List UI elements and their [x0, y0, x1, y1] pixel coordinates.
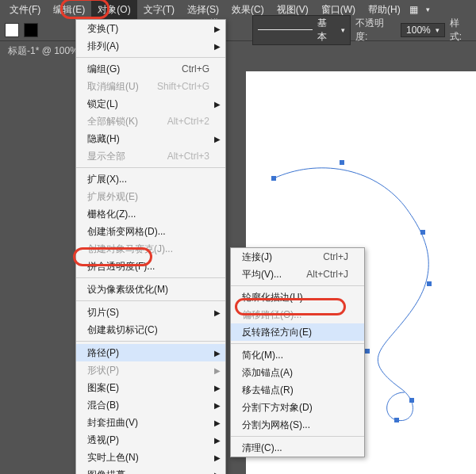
object-menu-item[interactable]: 编组(G)Ctrl+G	[76, 60, 225, 78]
menu-object[interactable]: 对象(O)	[91, 0, 136, 20]
menu-item-label: 设为像素级优化(M)	[87, 283, 168, 296]
menu-item-label: 变换(T)	[87, 22, 118, 36]
svg-rect-0	[271, 176, 276, 181]
menu-item-label: 反转路径方向(E)	[242, 326, 312, 339]
path-submenu-item[interactable]: 连接(J)Ctrl+J	[231, 248, 364, 266]
chevron-down-icon: ▾	[341, 26, 345, 34]
object-menu-item[interactable]: 锁定(L)▶	[76, 95, 225, 113]
object-menu-item[interactable]: 设为像素级优化(M)	[76, 281, 225, 298]
object-menu-item[interactable]: 隐藏(H)▶	[76, 130, 225, 147]
menu-item-label: 分割下方对象(D)	[242, 401, 313, 415]
stroke-swatch[interactable]	[24, 23, 38, 37]
submenu-arrow-icon: ▶	[214, 349, 221, 357]
path-submenu-item[interactable]: 分割为网格(S)...	[231, 416, 364, 434]
object-menu-item[interactable]: 排列(A)▶	[76, 37, 225, 55]
opacity-input[interactable]: 100% ▾	[401, 23, 445, 37]
svg-rect-3	[427, 281, 432, 286]
submenu-arrow-icon: ▶	[214, 419, 221, 427]
menu-item-label: 拼合透明度(F)...	[87, 260, 155, 273]
document-tab[interactable]: 标题-1* @ 100%	[0, 41, 476, 61]
layout-grid-icon[interactable]: ▦	[407, 2, 421, 17]
menubar: 文件(F) 编辑(E) 对象(O) 文字(T) 选择(S) 效果(C) 视图(V…	[0, 0, 476, 19]
menu-item-label: 清理(C)...	[242, 442, 282, 455]
menu-separator	[76, 277, 225, 278]
submenu-arrow-icon: ▶	[214, 308, 221, 317]
menu-separator	[231, 285, 364, 286]
menu-item-label: 取消编组(U)	[87, 80, 139, 94]
path-submenu-item[interactable]: 平均(V)...Alt+Ctrl+J	[231, 266, 364, 283]
object-menu-item: 形状(P)▶	[76, 361, 225, 379]
menu-item-label: 轮廓化描边(U)	[242, 291, 303, 304]
path-submenu-item[interactable]: 清理(C)...	[231, 439, 364, 457]
object-menu-item[interactable]: 混合(B)▶	[76, 396, 225, 414]
submenu-arrow-icon: ▶	[214, 100, 221, 109]
menu-item-label: 路径(P)	[87, 346, 119, 360]
menu-item-label: 排列(A)	[87, 40, 119, 53]
menu-item-label: 封套扭曲(V)	[87, 416, 138, 430]
menu-item-label: 分割为网格(S)...	[242, 419, 310, 432]
object-menu-item[interactable]: 切片(S)▶	[76, 304, 225, 321]
menu-shortcut: Shift+Ctrl+G	[157, 81, 209, 92]
menu-separator	[76, 341, 225, 342]
svg-rect-6	[394, 418, 399, 422]
menu-type[interactable]: 文字(T)	[137, 0, 181, 20]
path-submenu-item[interactable]: 分割下方对象(D)	[231, 399, 364, 416]
brush-select[interactable]: 基本 ▾	[252, 15, 351, 45]
menu-item-label: 锁定(L)	[87, 97, 118, 111]
menu-item-label: 扩展(X)...	[87, 173, 127, 186]
object-menu-item[interactable]: 路径(P)▶	[76, 344, 225, 361]
menu-item-label: 偏移路径(O)...	[242, 308, 301, 322]
menu-item-label: 移去锚点(R)	[242, 384, 294, 397]
object-menu-item[interactable]: 创建渐变网格(D)...	[76, 223, 225, 240]
object-menu-item[interactable]: 实时上色(N)▶	[76, 449, 225, 466]
object-menu-item[interactable]: 图案(E)▶	[76, 379, 225, 396]
menu-item-label: 平均(V)...	[242, 268, 282, 281]
submenu-arrow-icon: ▶	[214, 366, 221, 375]
menu-edit[interactable]: 编辑(E)	[47, 0, 91, 20]
submenu-arrow-icon: ▶	[214, 135, 221, 143]
object-menu-item[interactable]: 创建裁切标记(C)	[76, 321, 225, 338]
menu-item-label: 显示全部	[87, 150, 125, 163]
menu-item-label: 透视(P)	[87, 434, 119, 447]
menu-shortcut: Alt+Ctrl+J	[306, 269, 348, 280]
menu-item-label: 栅格化(Z)...	[87, 208, 136, 221]
submenu-arrow-icon: ▶	[214, 384, 221, 392]
menu-item-label: 连接(J)	[242, 250, 272, 264]
menu-item-label: 创建对象马赛克(J)...	[87, 243, 173, 256]
object-menu-item[interactable]: 封套扭曲(V)▶	[76, 414, 225, 431]
path-submenu: 连接(J)Ctrl+J平均(V)...Alt+Ctrl+J轮廓化描边(U)偏移路…	[230, 247, 365, 457]
object-menu-item: 取消编组(U)Shift+Ctrl+G	[76, 78, 225, 95]
menu-shortcut: Alt+Ctrl+2	[167, 116, 209, 127]
object-menu-item: 创建对象马赛克(J)...	[76, 240, 225, 258]
object-menu-item[interactable]: 拼合透明度(F)...	[76, 258, 225, 275]
menu-item-label: 切片(S)	[87, 306, 119, 319]
path-submenu-item[interactable]: 添加锚点(A)	[231, 364, 364, 381]
object-menu-item[interactable]: 扩展(X)...	[76, 170, 225, 188]
object-menu-item[interactable]: 透视(P)▶	[76, 431, 225, 449]
menu-item-label: 编组(G)	[87, 63, 120, 76]
object-menu-item[interactable]: 图像描摹▶	[76, 466, 225, 474]
submenu-arrow-icon: ▶	[214, 453, 221, 462]
svg-rect-2	[420, 230, 425, 235]
fill-swatch[interactable]	[5, 23, 19, 37]
submenu-arrow-icon: ▶	[214, 471, 221, 475]
path-submenu-item[interactable]: 反转路径方向(E)	[231, 323, 364, 341]
menu-item-label: 形状(P)	[87, 364, 119, 377]
object-menu-item[interactable]: 变换(T)▶	[76, 20, 225, 37]
menu-separator	[76, 167, 225, 168]
path-submenu-item[interactable]: 简化(M)...	[231, 346, 364, 364]
svg-rect-5	[409, 398, 414, 403]
path-submenu-item: 偏移路径(O)...	[231, 306, 364, 323]
chevron-down-icon[interactable]: ▾	[421, 2, 436, 17]
path-submenu-item[interactable]: 移去锚点(R)	[231, 381, 364, 399]
menu-separator	[231, 436, 364, 437]
object-menu-item[interactable]: 栅格化(Z)...	[76, 205, 225, 223]
menu-item-label: 全部解锁(K)	[87, 115, 138, 128]
menu-item-label: 图像描摹	[87, 468, 125, 475]
object-menu: 变换(T)▶排列(A)▶编组(G)Ctrl+G取消编组(U)Shift+Ctrl…	[75, 19, 226, 474]
menu-file[interactable]: 文件(F)	[3, 0, 47, 20]
path-submenu-item[interactable]: 轮廓化描边(U)	[231, 289, 364, 306]
menu-shortcut: Ctrl+G	[182, 63, 209, 75]
svg-rect-1	[340, 160, 344, 165]
menu-item-label: 混合(B)	[87, 399, 119, 412]
